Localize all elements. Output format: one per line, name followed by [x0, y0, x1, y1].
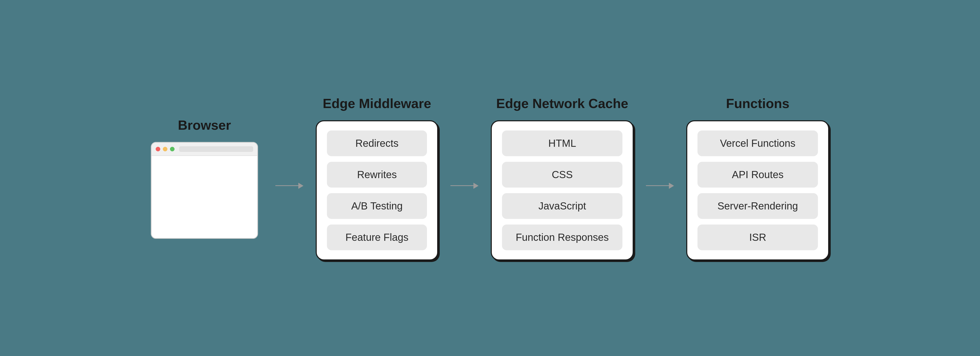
browser-title: Browser: [178, 117, 231, 133]
arrow-head-2: [473, 183, 479, 189]
functions-item-isr: ISR: [697, 225, 818, 250]
functions-item-server-rendering: Server-Rendering: [697, 193, 818, 219]
functions-title: Functions: [726, 96, 789, 111]
edge-network-cache-title: Edge Network Cache: [496, 96, 628, 111]
browser-addressbar: [179, 146, 253, 152]
middleware-item-ab-testing: A/B Testing: [327, 193, 427, 219]
cache-item-css: CSS: [502, 162, 622, 188]
diagram-container: Browser Edge Middleware Redirects Rewrit…: [151, 96, 829, 260]
cache-item-function-responses: Function Responses: [502, 225, 622, 250]
arrow-line-2: [450, 185, 473, 186]
middleware-item-feature-flags: Feature Flags: [327, 225, 427, 250]
functions-item-vercel: Vercel Functions: [697, 130, 818, 156]
edge-network-cache-card: HTML CSS JavaScript Function Responses: [491, 120, 634, 260]
browser-column: Browser: [151, 117, 258, 239]
browser-dot-red: [156, 147, 160, 151]
arrow-head-3: [669, 183, 674, 189]
arrow-browser-to-middleware: [263, 183, 316, 189]
cache-item-html: HTML: [502, 130, 622, 156]
functions-card: Vercel Functions API Routes Server-Rende…: [686, 120, 829, 260]
browser-dot-yellow: [163, 147, 167, 151]
arrow-3: [646, 183, 674, 189]
arrow-head-1: [298, 183, 304, 189]
arrow-line-1: [275, 185, 298, 186]
browser-dot-green: [170, 147, 175, 151]
functions-column: Functions Vercel Functions API Routes Se…: [686, 96, 829, 260]
middleware-item-rewrites: Rewrites: [327, 162, 427, 188]
browser-body: [151, 156, 257, 238]
edge-middleware-title: Edge Middleware: [323, 96, 431, 111]
cache-item-javascript: JavaScript: [502, 193, 622, 219]
edge-network-cache-column: Edge Network Cache HTML CSS JavaScript F…: [491, 96, 634, 260]
arrow-line-3: [646, 185, 669, 186]
arrow-1: [275, 183, 304, 189]
functions-item-api-routes: API Routes: [697, 162, 818, 188]
arrow-2: [450, 183, 479, 189]
edge-middleware-card: Redirects Rewrites A/B Testing Feature F…: [316, 120, 438, 260]
arrow-middleware-to-cache: [438, 183, 491, 189]
browser-titlebar: [151, 143, 257, 156]
arrow-cache-to-functions: [634, 183, 686, 189]
browser-mockup: [151, 142, 258, 239]
edge-middleware-column: Edge Middleware Redirects Rewrites A/B T…: [316, 96, 438, 260]
middleware-item-redirects: Redirects: [327, 130, 427, 156]
